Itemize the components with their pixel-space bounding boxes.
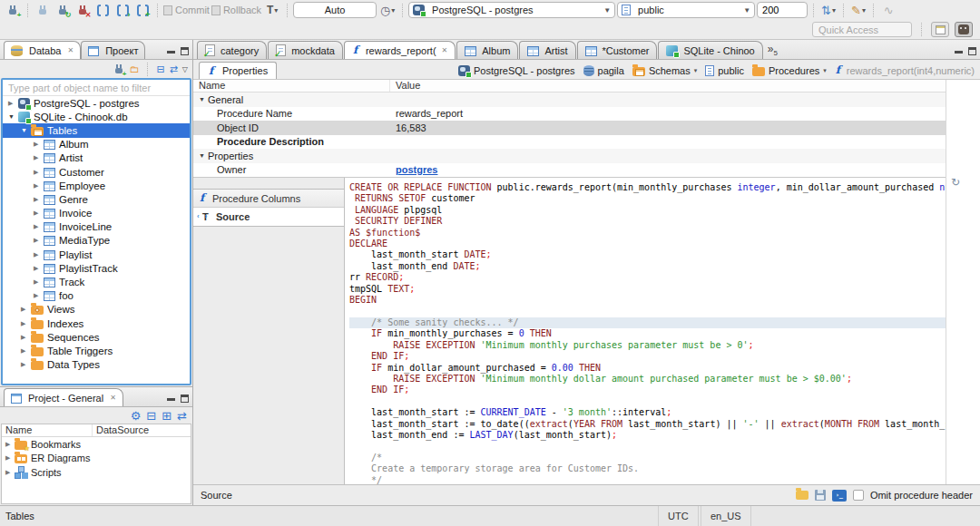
code-line[interactable]: IF min_dollar_amount_purchased = 0.00 TH… — [349, 363, 946, 374]
tab-category[interactable]: category — [197, 41, 267, 59]
tree-item-employee[interactable]: ▶Employee — [3, 179, 190, 192]
chevron-right-icon[interactable]: ▶ — [34, 278, 44, 286]
chevron-down-icon[interactable]: ▼ — [199, 152, 208, 159]
object-filter-input[interactable] — [3, 80, 190, 96]
schema-select[interactable]: public ▼ — [617, 2, 755, 18]
chevron-right-icon[interactable]: ▶ — [34, 251, 44, 258]
locale-indicator[interactable]: en_US — [701, 506, 751, 526]
sync-connection-button[interactable]: ⇅▾ — [819, 1, 838, 19]
code-line[interactable]: RETURNS SETOF customer — [349, 193, 946, 204]
tab-rewards-report[interactable]: rewards_report(✕ — [344, 41, 456, 59]
chevron-right-icon[interactable]: ▶ — [34, 223, 44, 230]
code-line[interactable]: tmpSQL TEXT; — [349, 284, 946, 295]
refresh-icon[interactable]: ↻ — [951, 176, 960, 189]
tab-properties[interactable]: Properties — [199, 62, 277, 79]
code-line[interactable]: last_month_start := CURRENT_DATE - '3 mo… — [349, 407, 946, 418]
tree-item-invoice[interactable]: ▶Invoice — [3, 207, 190, 220]
section-button-procedure-columns[interactable]: Procedure Columns — [193, 190, 344, 208]
chevron-right-icon[interactable]: ▶ — [34, 141, 44, 148]
code-line[interactable] — [349, 396, 946, 407]
minimize-icon[interactable] — [167, 394, 175, 401]
link-editor-icon[interactable]: ⇄ — [170, 63, 178, 75]
grid-column-name[interactable]: Name — [193, 80, 390, 92]
property-row-properties[interactable]: ▼Properties — [193, 149, 946, 163]
breadcrumb-item-schemas[interactable]: Schemas▾ — [632, 65, 697, 76]
project-item-er-diagrams[interactable]: ▶ER Diagrams — [2, 452, 191, 466]
tree-item-data-types[interactable]: ▶Data Types — [3, 358, 190, 372]
maximize-icon[interactable] — [181, 47, 189, 55]
tree-item-indexes[interactable]: ▶Indexes — [3, 317, 190, 330]
tree-item-views[interactable]: ▶Views — [3, 303, 190, 317]
chevron-down-icon[interactable]: ▾ — [823, 67, 827, 74]
tree-item-genre[interactable]: ▶Genre — [3, 192, 190, 206]
chevron-right-icon[interactable]: ▶ — [21, 334, 31, 341]
chevron-down-icon[interactable]: ▼ — [199, 96, 208, 102]
new-connection-small-button[interactable]: + — [113, 63, 124, 76]
chevron-right-icon[interactable]: ▶ — [34, 209, 44, 217]
open-perspective-button[interactable] — [931, 22, 949, 37]
code-line[interactable]: */ — [349, 475, 946, 484]
chevron-right-icon[interactable]: ▶ — [5, 469, 15, 476]
breadcrumb-item-public[interactable]: public — [705, 65, 744, 76]
chevron-right-icon[interactable]: ▶ — [21, 320, 31, 327]
tab-project-general[interactable]: Project - General ✕ — [4, 388, 123, 406]
tree-item-customer[interactable]: ▶Customer — [3, 165, 190, 179]
code-line[interactable]: RAISE EXCEPTION 'Minimum monthly dollar … — [349, 374, 946, 385]
chevron-down-icon[interactable]: ▼ — [8, 113, 18, 120]
code-line[interactable]: last_month_start DATE; — [349, 249, 946, 260]
tree-item-playlist[interactable]: ▶Playlist — [3, 248, 190, 261]
chevron-right-icon[interactable]: ▶ — [5, 441, 15, 448]
code-line[interactable] — [349, 306, 946, 317]
code-line[interactable]: rr RECORD; — [349, 272, 946, 283]
chevron-right-icon[interactable]: ▶ — [8, 100, 18, 107]
grid-column-value[interactable]: Value — [390, 80, 420, 92]
connect-button[interactable] — [34, 1, 52, 19]
reconnect-button[interactable]: ↻ — [54, 1, 72, 19]
code-line[interactable]: /* Some sanity checks... */ — [349, 317, 946, 328]
tree-item-foo[interactable]: ▶foo — [3, 289, 190, 303]
project-item-scripts[interactable]: ▶Scripts — [2, 465, 191, 480]
column-header-datasource[interactable]: DataSource — [93, 424, 152, 436]
tree-item-album[interactable]: ▶Album — [3, 138, 190, 151]
tab-sqlite-chinoo[interactable]: SQLite - Chinoo — [658, 41, 762, 59]
sql-editor-button[interactable] — [93, 1, 112, 19]
section-button-source[interactable]: Source — [193, 208, 344, 226]
property-row-object-id[interactable]: Object ID16,583 — [193, 121, 946, 135]
code-line[interactable]: LANGUAGE plpgsql — [349, 205, 946, 216]
console-icon[interactable]: ›_ — [832, 490, 847, 502]
code-line[interactable]: RAISE EXCEPTION 'Minimum monthly purchas… — [349, 340, 946, 351]
code-line[interactable]: DECLARE — [349, 239, 946, 249]
commit-button[interactable]: Commit — [163, 1, 210, 19]
chevron-down-icon[interactable]: ▼ — [21, 127, 31, 133]
new-connection-button[interactable]: + — [4, 1, 22, 19]
property-row-procedure-description[interactable]: Procedure Description — [193, 135, 946, 150]
query-history-button[interactable]: ◷▾ — [378, 1, 397, 19]
chevron-right-icon[interactable]: ▶ — [5, 454, 15, 462]
breadcrumb-item-rewards-report-int4-numeric[interactable]: rewards_report(int4,numeric) — [835, 64, 975, 76]
save-icon[interactable] — [815, 490, 826, 501]
transaction-log-button[interactable]: T▾ — [263, 1, 281, 19]
tree-item-artist[interactable]: ▶Artist — [3, 151, 190, 165]
owner-link[interactable]: postgres — [396, 164, 437, 175]
new-folder-icon[interactable]: 🗀 — [129, 63, 139, 74]
chevron-right-icon[interactable]: ▶ — [34, 182, 44, 190]
close-icon[interactable]: ✕ — [110, 394, 116, 402]
chevron-right-icon[interactable]: ▶ — [21, 361, 31, 368]
chevron-right-icon[interactable]: ▶ — [34, 237, 44, 244]
code-line[interactable]: AS $function$ — [349, 228, 946, 239]
code-line[interactable]: BEGIN — [349, 295, 946, 306]
disconnect-button[interactable]: ✕ — [74, 1, 92, 19]
code-line[interactable] — [349, 441, 946, 452]
omit-header-checkbox[interactable] — [853, 490, 864, 501]
property-row-owner[interactable]: Ownerpostgres — [193, 163, 946, 178]
property-row-general[interactable]: ▼General — [193, 93, 946, 107]
tab-album[interactable]: Album — [456, 41, 518, 59]
new-sql-editor-button[interactable]: + — [133, 1, 152, 19]
tree-item-sequences[interactable]: ▶Sequences — [3, 330, 190, 344]
maximize-icon[interactable] — [968, 47, 976, 55]
rollback-button[interactable]: Rollback — [211, 1, 261, 19]
gear-icon[interactable]: ⚙ — [131, 409, 142, 423]
collapse-all-icon[interactable]: ⊟ — [156, 63, 164, 75]
tab-artist[interactable]: Artist — [519, 41, 575, 59]
chevron-right-icon[interactable]: ▶ — [34, 169, 44, 176]
